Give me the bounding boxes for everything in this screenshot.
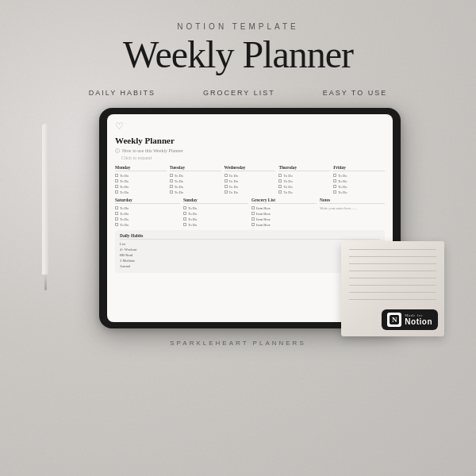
page-title: Weekly Planner xyxy=(115,136,385,145)
checkbox xyxy=(115,174,118,177)
saturday-header: Saturday xyxy=(115,198,180,204)
friday-task-4: To Do xyxy=(333,190,385,194)
checkbox xyxy=(251,206,255,209)
sunday-task-3: To Do xyxy=(183,217,248,221)
sunday-task-2: To Do xyxy=(183,212,248,216)
tuesday-task-3: To Do xyxy=(170,185,221,189)
monday-task-1: To Do xyxy=(115,174,167,178)
friday-task-3: To Do xyxy=(333,185,385,189)
checkbox xyxy=(115,179,118,182)
checkbox xyxy=(333,179,336,182)
monday-task-3: To Do xyxy=(115,185,167,189)
monday-task-4: To Do xyxy=(115,190,167,194)
saturday-task-3: To Do xyxy=(115,217,180,221)
checkbox xyxy=(115,223,118,226)
tuesday-header: Tuesday xyxy=(170,165,221,171)
checkbox xyxy=(333,190,336,194)
friday-col: Friday To Do To Do To Do To Do xyxy=(333,165,385,194)
thursday-col: Thursday To Do To Do To Do To Do xyxy=(278,165,330,194)
grocery-header: Grocery List xyxy=(251,198,317,204)
tuesday-task-4: To Do xyxy=(170,190,221,194)
checkbox xyxy=(115,217,118,221)
checkbox xyxy=(183,212,186,215)
checkbox xyxy=(225,174,228,177)
checkbox xyxy=(170,179,173,182)
notion-label: Notion xyxy=(405,317,432,326)
checkbox xyxy=(278,190,282,194)
checkbox xyxy=(278,174,282,177)
feature-easy-to-use: EASY TO USE xyxy=(323,89,388,97)
monday-task-2: To Do xyxy=(115,179,167,183)
checkbox xyxy=(251,217,255,221)
thursday-header: Thursday xyxy=(278,165,330,171)
how-to-row: ⓘ How to use this Weekly Planner xyxy=(115,148,385,155)
notes-text: Write your notes here....... xyxy=(320,206,385,210)
grocery-item-2: Item Here xyxy=(251,212,317,216)
tuesday-task-2: To Do xyxy=(170,179,221,183)
checkbox xyxy=(183,217,186,221)
checkbox xyxy=(225,179,228,182)
friday-task-1: To Do xyxy=(333,174,385,178)
weekend-grid: Saturday To Do To Do To Do To Do Sunday … xyxy=(115,198,385,227)
thursday-task-2: To Do xyxy=(278,179,330,183)
grocery-item-3: Item Here xyxy=(251,217,317,221)
photo-overlay: Made for Notion xyxy=(341,241,444,336)
checkbox xyxy=(333,185,336,188)
checkbox xyxy=(115,185,118,188)
wednesday-task-4: To Do xyxy=(225,190,276,194)
checkbox xyxy=(170,190,173,194)
sunday-task-1: To Do xyxy=(183,206,248,210)
checkbox xyxy=(225,190,228,194)
habit-name-1: List xyxy=(120,242,343,246)
notion-badge: Made for Notion xyxy=(382,309,438,330)
notion-n-icon xyxy=(390,315,399,324)
grocery-col: Grocery List Item Here Item Here Item He… xyxy=(251,198,317,227)
sunday-col: Sunday To Do To Do To Do To Do xyxy=(183,198,248,227)
habit-name-4: 3 Meditate xyxy=(120,259,343,263)
tablet-area: ♡ Weekly Planner ⓘ How to use this Weekl… xyxy=(32,108,444,328)
header: NOTION TEMPLATE Weekly Planner xyxy=(123,0,353,76)
notion-label: NOTION TEMPLATE xyxy=(123,22,353,31)
weekdays-grid: Monday To Do To Do To Do To Do Tuesday T… xyxy=(115,165,385,194)
grocery-item-4: Item Here xyxy=(251,223,317,227)
thursday-task-1: To Do xyxy=(278,174,330,178)
grocery-item-1: Item Here xyxy=(251,206,317,210)
monday-col: Monday To Do To Do To Do To Do xyxy=(115,165,167,194)
sunday-task-4: To Do xyxy=(183,223,248,227)
feature-grocery-list: GROCERY LIST xyxy=(203,89,275,97)
wednesday-task-1: To Do xyxy=(225,174,276,178)
features-row: DAILY HABITS GROCERY LIST EASY TO USE xyxy=(0,89,476,97)
checkbox xyxy=(278,179,282,182)
thursday-task-4: To Do xyxy=(278,190,330,194)
checkbox xyxy=(183,223,186,226)
thursday-task-3: To Do xyxy=(278,185,330,189)
notes-col: Notes Write your notes here....... xyxy=(320,198,385,227)
monday-header: Monday xyxy=(115,165,167,171)
checkbox xyxy=(170,185,173,188)
how-to-text: How to use this Weekly Planner xyxy=(122,148,183,153)
info-icon: ⓘ xyxy=(115,148,120,155)
feature-daily-habits: DAILY HABITS xyxy=(89,89,155,97)
friday-header: Friday xyxy=(333,165,385,171)
sunday-header: Sunday xyxy=(183,198,248,204)
checkbox xyxy=(225,185,228,188)
notes-header: Notes xyxy=(320,198,385,204)
tuesday-col: Tuesday To Do To Do To Do To Do xyxy=(170,165,221,194)
saturday-col: Saturday To Do To Do To Do To Do xyxy=(115,198,180,227)
checkbox xyxy=(115,206,118,209)
checkbox xyxy=(115,212,118,215)
notion-icon xyxy=(387,313,401,327)
wednesday-col: Wednesday To Do To Do To Do To Do xyxy=(225,165,276,194)
wednesday-task-2: To Do xyxy=(225,179,276,183)
footer: SPARKLEHEART PLANNERS xyxy=(170,340,305,347)
habit-name-3: BB Read xyxy=(120,253,343,257)
wednesday-task-3: To Do xyxy=(225,185,276,189)
checkbox xyxy=(333,174,336,177)
habit-name-5: Journal xyxy=(120,264,343,268)
stylus xyxy=(40,124,51,298)
checkbox xyxy=(251,223,255,226)
checkbox xyxy=(170,174,173,177)
tuesday-task-1: To Do xyxy=(170,174,221,178)
heart-icon: ♡ xyxy=(115,121,385,132)
saturday-task-2: To Do xyxy=(115,212,180,216)
